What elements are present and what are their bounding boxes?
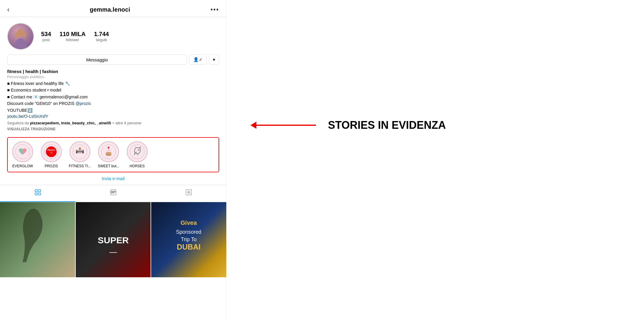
action-buttons: Messaggio 👤✓ ▾ [7,55,219,65]
tab-tagged[interactable] [151,185,226,202]
bio-line-4: Discount code "GEM10" on PROZIS @prozis [7,100,219,107]
translate-button[interactable]: VISUALIZZA TRADUZIONE [7,127,219,131]
bio-followed-by: Seguito/a da pizzacarpediem, insta_beaut… [7,121,219,125]
phone-panel: ‹ gemma.lenoci ••• [0,0,227,322]
story-circle-everglow [12,141,33,162]
message-button[interactable]: Messaggio [7,55,187,65]
bio-youtube-link[interactable]: youtu.be/O-LslSnXsfY [7,114,48,119]
profile-top-row: 534 post 110 MILA follower 1.744 seguiti [7,23,219,50]
annotation-container: STORIES IN EVIDENZA [250,119,446,131]
svg-point-22 [138,150,139,150]
svg-rect-25 [35,193,37,195]
story-circle-prozis: PROZIS ⓪ [41,141,62,162]
svg-point-19 [130,145,144,159]
following-label: seguiti [96,38,107,42]
tagged-icon [185,189,192,198]
tab-bar [0,185,226,202]
photo-grid: SUPER — Givea Sponsored Trip To DUB [0,202,226,277]
profile-header: ‹ gemma.lenoci ••• [0,0,226,17]
svg-text:DUBAI: DUBAI [177,243,201,251]
avatar[interactable] [7,23,34,50]
svg-rect-29 [111,192,115,192]
story-item-horses[interactable]: HORSES [125,141,149,168]
story-circle-fitness [69,141,90,162]
right-panel: STORIES IN EVIDENZA [227,0,644,322]
svg-line-14 [79,151,79,154]
story-item-fitness[interactable]: FITNESS TI... [68,141,92,168]
stat-posts[interactable]: 534 post [41,31,51,42]
posts-count: 534 [41,31,51,38]
bio-name: fitness | health | fashion [7,69,219,74]
posts-label: post [42,38,50,42]
svg-text:Givea: Givea [181,219,197,226]
svg-text:PROZIS: PROZIS [47,149,55,151]
stats-row: 534 post 110 MILA follower 1.744 seguiti [41,31,219,42]
svg-text:SUPER: SUPER [97,235,129,245]
svg-text:Trip To: Trip To [181,236,197,242]
svg-rect-9 [76,150,78,154]
svg-rect-31 [186,190,191,195]
story-circle-sweet [98,141,119,162]
svg-point-11 [79,147,81,150]
story-label-prozis: PROZIS [45,164,58,168]
bio-line-5: YOUTUBE⬇️ [7,107,219,114]
following-count: 1.744 [94,31,109,38]
story-item-prozis[interactable]: PROZIS ⓪ PROZIS [39,141,63,168]
stat-following[interactable]: 1.744 seguiti [94,31,109,42]
story-label-fitness: FITNESS TI... [69,164,91,168]
svg-rect-30 [111,193,114,193]
story-item-sweet[interactable]: SWEET but... [97,141,120,168]
bio-line-3: ■ Contact me 📧 gemmalenoci@gmail.com [7,94,219,100]
bio-section: fitness | health | fashion Personaggio p… [0,69,226,134]
more-options-button[interactable]: ••• [210,6,219,13]
follow-button[interactable]: 👤✓ [189,55,207,65]
tab-feed[interactable] [75,185,151,202]
feed-icon [110,189,117,198]
stat-followers[interactable]: 110 MILA follower [59,31,86,42]
stories-highlights: EVERGLOW PROZIS ⓪ PROZIS [7,137,219,172]
story-label-horses: HORSES [130,164,145,168]
tab-grid[interactable] [0,185,75,202]
dropdown-button[interactable]: ▾ [209,55,219,65]
bio-line-2: ■ Economics student • model [7,87,219,93]
bio-category: Personaggio pubblico [7,75,219,79]
username-label: gemma.lenoci [90,6,130,13]
arrow-head-icon [250,122,256,129]
svg-rect-10 [82,150,84,154]
svg-rect-23 [35,190,37,192]
followers-label: follower [66,38,79,42]
svg-line-15 [80,151,81,154]
photo-cell-2[interactable]: SUPER — [76,202,151,277]
svg-point-1 [17,29,24,37]
email-section: Invia e-mail [0,172,226,185]
annotation-label: STORIES IN EVIDENZA [328,119,446,131]
arrow-left [250,122,316,129]
story-circle-horses [127,141,148,162]
story-item-everglow[interactable]: EVERGLOW [11,141,35,168]
svg-rect-24 [38,190,41,192]
story-label-everglow: EVERGLOW [12,164,33,168]
svg-text:—: — [109,248,117,256]
svg-point-18 [108,147,109,148]
bio-mention-prozis[interactable]: @prozis [75,101,91,106]
back-button[interactable]: ‹ [7,5,10,14]
svg-rect-26 [38,193,41,195]
followers-count: 110 MILA [59,31,86,38]
grid-icon [34,189,41,198]
photo-cell-1[interactable] [0,202,75,277]
svg-rect-28 [111,191,115,191]
svg-text:⓪: ⓪ [50,152,52,154]
bio-line-1: ■ Fitness lover and healthy life 🔧 [7,80,219,87]
avatar-image [8,24,33,49]
story-label-sweet: SWEET but... [98,164,119,168]
profile-section: 534 post 110 MILA follower 1.744 seguiti… [0,17,226,69]
svg-text:Sponsored: Sponsored [176,229,202,235]
photo-cell-3[interactable]: Givea Sponsored Trip To DUBAI [151,202,226,277]
email-button[interactable]: Invia e-mail [102,176,125,181]
arrow-shaft [256,125,316,126]
